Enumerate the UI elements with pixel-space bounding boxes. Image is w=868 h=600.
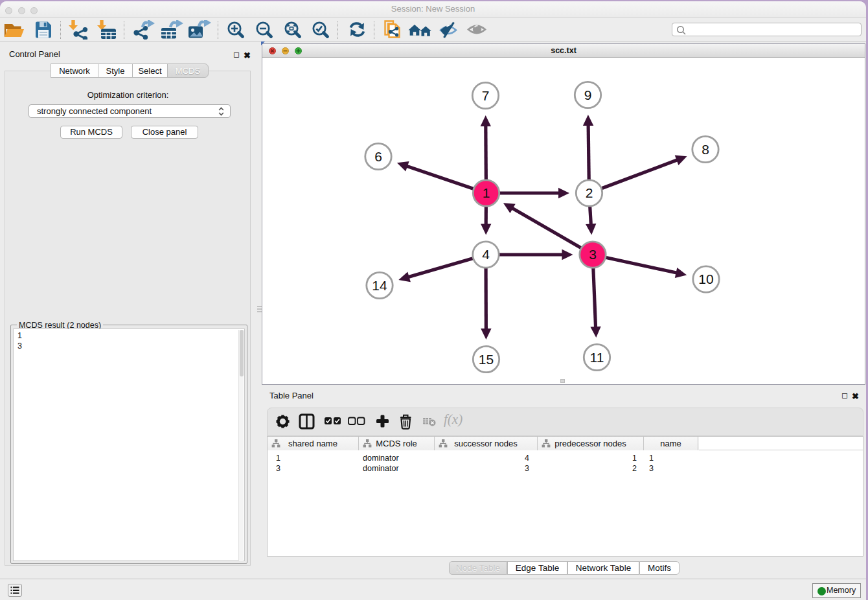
svg-text:4: 4 — [482, 247, 490, 262]
svg-text:9: 9 — [584, 87, 592, 102]
svg-text:3: 3 — [589, 247, 597, 262]
svg-text:2: 2 — [586, 185, 593, 200]
svg-text:1: 1 — [483, 185, 490, 200]
svg-text:15: 15 — [479, 352, 494, 367]
svg-text:14: 14 — [372, 278, 387, 293]
svg-text:11: 11 — [590, 350, 604, 365]
svg-text:8: 8 — [702, 142, 709, 157]
svg-text:7: 7 — [482, 88, 490, 103]
svg-text:10: 10 — [698, 271, 713, 286]
svg-text:6: 6 — [374, 149, 382, 164]
